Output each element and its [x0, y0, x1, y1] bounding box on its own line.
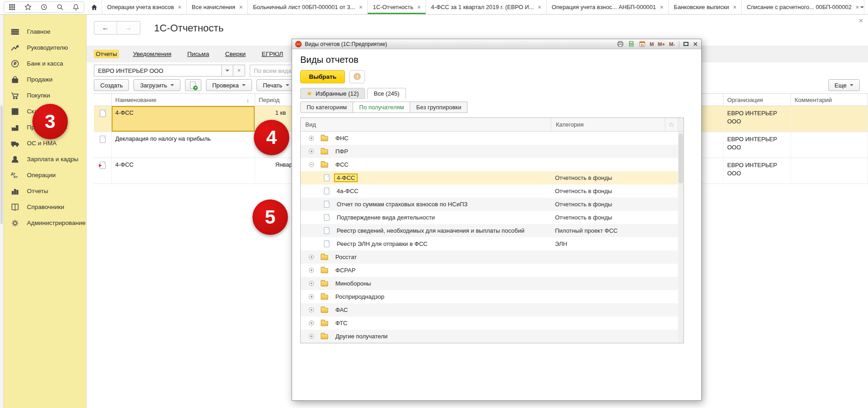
tree-row[interactable]: Другие получатели: [301, 330, 683, 343]
tab-close-icon[interactable]: ×: [856, 4, 859, 10]
star-column-header[interactable]: ☆: [665, 118, 678, 131]
tab-close-icon[interactable]: ×: [660, 4, 663, 10]
tab-favorites[interactable]: ★Избранные (12): [300, 88, 365, 99]
scrollbar-track[interactable]: [678, 250, 683, 264]
tree-row[interactable]: ФАС: [301, 303, 683, 316]
apps-grid-icon[interactable]: [4, 2, 20, 12]
expander-icon[interactable]: [309, 281, 314, 286]
dialog-titlebar[interactable]: 1С Виды отчетов (1С:Предприятие) 31 M M+…: [292, 39, 701, 49]
nav-back-icon[interactable]: ←: [94, 21, 117, 34]
scrollbar-track[interactable]: [678, 198, 683, 211]
tree-row[interactable]: Подтверждение вида деятельности Отчетнос…: [301, 211, 683, 224]
combo-clear-icon[interactable]: ×: [233, 65, 245, 76]
scrollbar-track[interactable]: [678, 224, 683, 237]
expander-icon[interactable]: [309, 294, 314, 299]
tree-row[interactable]: Отчет по суммам страховых взносов по НСи…: [301, 198, 683, 211]
history-icon[interactable]: [36, 2, 52, 12]
sidebar-item-prodazhi[interactable]: Продажи: [4, 71, 86, 87]
organization-filter-input[interactable]: [94, 65, 221, 76]
tab-close-icon[interactable]: ×: [417, 4, 421, 10]
form-close-icon[interactable]: ✕: [858, 17, 863, 24]
window-tab[interactable]: Больничный лист 00БП-000001 от 3... ×: [248, 0, 368, 14]
sidebar-item-bank-i-kassa[interactable]: ₽Банк и касса: [4, 56, 86, 71]
home-icon[interactable]: [87, 0, 102, 14]
tab-close-icon[interactable]: ×: [178, 4, 181, 10]
tree-row[interactable]: Росстат: [301, 250, 683, 264]
window-tab[interactable]: Списание с расчетного... 00БП-000002 ×: [742, 0, 864, 14]
window-tab[interactable]: Операции учета взносов ×: [102, 0, 187, 14]
scrollbar-track[interactable]: [678, 184, 683, 198]
window-tab[interactable]: Все начисления ×: [187, 0, 248, 14]
tree-row[interactable]: Росприроднадзор: [301, 290, 683, 303]
calendar-icon[interactable]: 31: [639, 41, 646, 47]
tab-close-icon[interactable]: ×: [733, 4, 736, 10]
scrollbar-track[interactable]: [678, 211, 683, 224]
expander-icon[interactable]: [309, 136, 314, 141]
scrollbar-track[interactable]: [678, 277, 683, 290]
expander-icon[interactable]: [309, 255, 314, 260]
scrollbar-track[interactable]: [678, 330, 683, 343]
scrollbar-track[interactable]: [678, 316, 683, 330]
sidebar-item-proizvodstvo[interactable]: Производство: [4, 119, 86, 135]
load-button[interactable]: Загрузить: [134, 79, 180, 91]
window-tab[interactable]: 1С-Отчетность ×: [368, 0, 426, 14]
grouping-option[interactable]: По получателям: [353, 102, 410, 113]
grouping-option[interactable]: Без группировки: [410, 102, 467, 113]
sidebar-item-sklad[interactable]: Склад: [4, 103, 86, 119]
sidebar-item-spravochniki[interactable]: Справочники: [4, 199, 86, 215]
section-tab[interactable]: Отчеты: [94, 50, 119, 58]
tree-row[interactable]: ФСС: [301, 158, 683, 171]
tree-row[interactable]: ПФР: [301, 145, 683, 158]
expander-icon[interactable]: [309, 149, 314, 154]
window-tab[interactable]: Операция учета взнос... АНБП-000001 ×: [547, 0, 669, 14]
check-button[interactable]: Проверка: [206, 79, 252, 91]
window-tab[interactable]: 4-ФСС за 1 квартал 2019 г. (ЕВРО И... ×: [426, 0, 547, 14]
scrollbar-track[interactable]: [678, 264, 683, 277]
expander-icon[interactable]: [309, 268, 314, 273]
favorites-star-icon[interactable]: [20, 2, 36, 12]
scrollbar-track[interactable]: [678, 290, 683, 303]
tree-row[interactable]: Минобороны: [301, 277, 683, 290]
main-window-minus-button[interactable]: M-: [669, 41, 675, 47]
tree-row[interactable]: 4-ФСС Отчетность в фонды: [301, 171, 683, 184]
create-button[interactable]: Создать: [94, 79, 129, 91]
window-tab[interactable]: Банковские выписки ×: [669, 0, 742, 14]
tree-row[interactable]: ФНС: [301, 132, 683, 145]
tree-row[interactable]: ФТС: [301, 316, 683, 330]
tab-close-icon[interactable]: ×: [359, 4, 362, 10]
main-window-button[interactable]: M: [650, 41, 654, 47]
sidebar-item-operacii[interactable]: ДтКтОперации: [4, 167, 86, 183]
sidebar-item-administrirovanie[interactable]: Администрирование: [4, 215, 86, 231]
tab-close-icon[interactable]: ×: [239, 4, 242, 10]
section-tab[interactable]: ЕГРЮЛ: [260, 50, 285, 58]
tree-row[interactable]: Реестр сведений, необходимых для назначе…: [301, 224, 683, 237]
tab-close-icon[interactable]: ×: [538, 4, 541, 10]
kind-column-header[interactable]: Вид: [301, 118, 551, 131]
sidebar-item-zarplata-i-kadry[interactable]: Зарплата и кадры: [4, 151, 86, 167]
scrollbar-track[interactable]: [678, 303, 683, 316]
expander-icon[interactable]: [309, 321, 314, 326]
category-column-header[interactable]: Категория: [551, 118, 665, 131]
sidebar-item-glavnoe[interactable]: Главное: [4, 24, 86, 40]
section-tab[interactable]: Сверки: [223, 50, 247, 58]
scrollbar-thumb[interactable]: [678, 133, 683, 184]
print-icon[interactable]: [617, 41, 624, 47]
sidebar-item-otchety[interactable]: Отчеты: [4, 183, 86, 199]
dialog-close-icon[interactable]: ✕: [693, 41, 698, 47]
calculator-icon[interactable]: [628, 41, 635, 47]
print-button[interactable]: Печать: [257, 79, 296, 91]
tree-row[interactable]: 4а-ФСС Отчетность в фонды: [301, 184, 683, 198]
new-document-button[interactable]: +: [185, 79, 201, 91]
tree-row[interactable]: Реестр ЭЛН для отправки в ФСС ЭЛН: [301, 237, 683, 250]
info-button[interactable]: i: [349, 70, 365, 83]
search-icon[interactable]: [52, 2, 68, 12]
main-window-plus-button[interactable]: M+: [658, 41, 665, 47]
combo-dropdown-icon[interactable]: [221, 65, 233, 76]
sidebar-item-os-i-nma[interactable]: ОС и НМА: [4, 135, 86, 151]
name-column-header[interactable]: Наименование↓: [112, 94, 255, 106]
expander-icon[interactable]: [309, 334, 314, 339]
org-column-header[interactable]: Организация: [724, 94, 791, 106]
sidebar-item-rukovoditelyu[interactable]: Руководителю: [4, 40, 86, 56]
maximize-icon[interactable]: [683, 42, 688, 46]
scrollbar-track[interactable]: [678, 118, 683, 131]
